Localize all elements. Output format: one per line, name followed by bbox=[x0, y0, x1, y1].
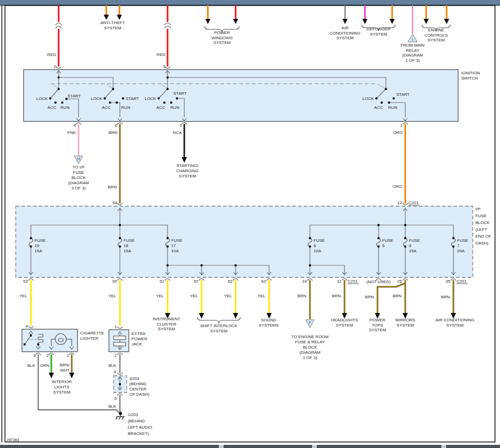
org-wire-label-2: ORG bbox=[393, 184, 402, 189]
s203-pin-6-label: 6 bbox=[114, 369, 117, 374]
s203-pin-5-label: 5 bbox=[115, 396, 117, 401]
brn-wire-label-2: BRN bbox=[108, 185, 117, 189]
red-wire-label-right: RED bbox=[157, 52, 165, 57]
pin-52-label: 52 bbox=[194, 279, 198, 284]
pin-39-label: 39 bbox=[112, 279, 117, 284]
sw4-run-label: RUN bbox=[388, 105, 397, 110]
lighter-pin-1-label: 1 bbox=[67, 353, 70, 358]
sw4-acc-label: ACC bbox=[374, 105, 383, 110]
red-wire-label-left: RED bbox=[47, 52, 56, 57]
sw3-run-label: RUN bbox=[170, 105, 180, 110]
sw1-lock-label: LOCK bbox=[36, 96, 48, 101]
not-used-label: (NOT USED) bbox=[366, 279, 391, 284]
pin-25-label: 25 bbox=[397, 279, 402, 284]
yel-label-52: YEL bbox=[190, 294, 198, 298]
defogger-system-label: DEFOGGERSYSTEM bbox=[366, 27, 391, 37]
sw1-run-label: RUN bbox=[60, 105, 70, 110]
jack-pin-1-label: 1 bbox=[115, 324, 117, 329]
pnk-wire-label: PNK bbox=[68, 130, 76, 135]
sw3-acc-label: ACC bbox=[157, 105, 165, 110]
sw2-start-label: START bbox=[126, 96, 139, 101]
blk-label-ground: BLK bbox=[108, 404, 117, 409]
cigarette-lighter-box bbox=[22, 329, 77, 352]
brn-label-35: BRN bbox=[441, 295, 450, 299]
engine-room-triangle-letter: F bbox=[309, 321, 311, 324]
sw2-acc-label: ACC bbox=[102, 105, 111, 110]
sw1-acc-label: ACC bbox=[48, 105, 57, 110]
ip-fuse-block-box bbox=[16, 206, 473, 277]
sw3-lock-label: LOCK bbox=[145, 96, 156, 101]
starting-charging-label: STARTING/CHARGINGSYSTEM bbox=[176, 163, 198, 178]
brn-label-24: BRN bbox=[297, 294, 306, 298]
sw4-lock-label: LOCK bbox=[362, 96, 374, 101]
brn-wire-label: BRN bbox=[108, 130, 117, 135]
nca-wire-label: NCA bbox=[173, 130, 182, 135]
yel-label-39: YEL bbox=[108, 294, 117, 298]
top-window-bar bbox=[0, 0, 500, 5]
pin-1-label: 1 bbox=[401, 123, 403, 128]
c201-connector-label-35: C201 bbox=[457, 279, 467, 284]
pin-51-label: 51 bbox=[160, 279, 164, 284]
brn-label-11: BRN bbox=[332, 294, 341, 298]
power-windows-system-label: POWERWINDOWSSYSTEM bbox=[212, 30, 232, 45]
yel-label-63: YEL bbox=[258, 294, 266, 298]
brn-label-powertops: BRN bbox=[365, 295, 374, 299]
brn-label-mirrors: BRN bbox=[393, 294, 402, 298]
jack-pin-2-label: 2 bbox=[115, 353, 117, 358]
lighter-pin-2-label: 2 bbox=[47, 353, 49, 358]
to-ip-fuse-triangle-letter: H bbox=[77, 157, 80, 161]
diagram-id: 267283 bbox=[7, 438, 19, 442]
sw1-start-label: START bbox=[68, 94, 81, 98]
lighter-pin-4-label: 4 bbox=[26, 324, 28, 329]
yel-label-53: YEL bbox=[19, 294, 28, 298]
interior-lights-label: INTERIORLIGHTSSYSTEM bbox=[52, 379, 72, 395]
blk-label-lighter: BLK bbox=[27, 363, 36, 368]
pin-24-label: 24 bbox=[302, 279, 307, 284]
pin-63-label: 63 bbox=[261, 279, 266, 284]
pin-11-label: 11 bbox=[337, 279, 342, 284]
org-wire-label: ORG bbox=[393, 130, 403, 135]
lighter-pin-3-label: 3 bbox=[34, 353, 36, 358]
pin-64-label: 64 bbox=[113, 200, 117, 205]
c201-connector-label-top: C201 bbox=[408, 200, 419, 205]
pin-62-label: 62 bbox=[228, 279, 232, 284]
mirrors-label: MIRRORSSYSTEM bbox=[395, 318, 415, 328]
ignition-switch-label: IGNITIONSWITCH bbox=[461, 71, 480, 81]
sw2-run-label: RUN bbox=[121, 105, 130, 110]
sound-systems-label: SOUNDSYSTEMS bbox=[259, 318, 279, 328]
yel-label-62: YEL bbox=[224, 294, 232, 298]
sw4-start-label: START bbox=[396, 92, 410, 97]
pin-3-label: 3 bbox=[180, 123, 182, 128]
anti-theft-system-label: ANTI-THEFTSYSTEM bbox=[101, 20, 125, 30]
sw2-lock-label: LOCK bbox=[91, 96, 102, 101]
bottom-taskbar-strip bbox=[0, 445, 500, 448]
pin-12-label: 12 bbox=[397, 200, 402, 205]
pin-4-label: 4 bbox=[74, 123, 76, 128]
main-relay-triangle-letter: I bbox=[412, 38, 413, 41]
grn-label: GRN bbox=[40, 363, 49, 368]
yel-label-51: YEL bbox=[156, 294, 164, 298]
blk-label-jack: BLK bbox=[108, 363, 117, 368]
pin-53-label: 53 bbox=[23, 279, 28, 284]
brn-wht-label: BRN/WHT bbox=[60, 363, 70, 373]
pin-35-label: 35 bbox=[446, 279, 450, 284]
sw3-start-label: START bbox=[173, 91, 187, 96]
pin-6-label: 6 bbox=[115, 123, 118, 128]
wiring-diagram: ANTI-THEFTSYSTEM POWERWINDOWSSYSTEM AIRC… bbox=[0, 0, 500, 448]
c201-connector-label-11: C201 bbox=[348, 279, 358, 284]
